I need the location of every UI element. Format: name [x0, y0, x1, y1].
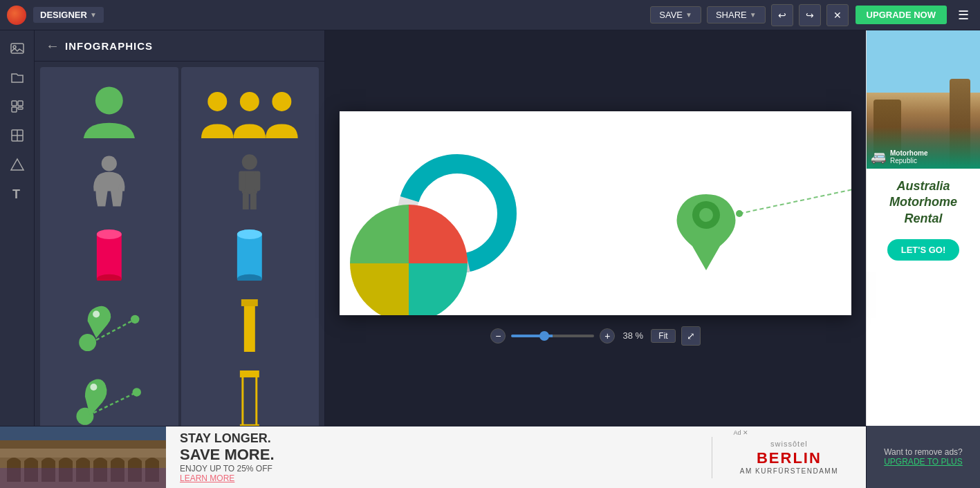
svg-point-13 [240, 92, 259, 111]
ad-panel: Ad ✕ 🚐 Motorhome Republic Australia Mo [866, 30, 980, 426]
canvas-area: − + 38 % Fit ⤢ [325, 30, 866, 426]
svg-point-16 [242, 155, 257, 170]
zoom-percent: 38 % [620, 330, 645, 341]
svg-rect-34 [244, 302, 255, 357]
zoom-in-button[interactable]: + [600, 328, 615, 344]
svg-point-33 [131, 315, 139, 323]
ad-van-icon: 🚐 [871, 149, 886, 165]
svg-rect-19 [255, 171, 261, 191]
svg-rect-23 [97, 234, 122, 279]
svg-text:T: T [12, 187, 20, 201]
svg-point-31 [93, 311, 100, 318]
bottom-bar: STAY LONGER. SAVE MORE. ENJOY UP TO 25% … [0, 426, 980, 488]
panel-grid: FREE FREE [35, 62, 324, 426]
svg-point-30 [79, 334, 96, 351]
svg-point-11 [95, 87, 123, 115]
upgrade-now-button[interactable]: UPGRADE NOW [856, 6, 947, 24]
save-button[interactable]: SAVE ▼ [650, 6, 701, 24]
ad-brand-name: Motorhome [890, 149, 927, 157]
main-area: T ← INFOGRAPHICS FREE [0, 30, 980, 426]
svg-rect-35 [241, 299, 258, 306]
redo-button[interactable]: ↪ [799, 4, 821, 26]
panel-back-button[interactable]: ← [46, 39, 59, 53]
infographics-panel: ← INFOGRAPHICS FREE [35, 30, 325, 426]
bottom-ad-save: SAVE MORE. [180, 446, 698, 464]
canvas[interactable] [340, 111, 851, 315]
svg-point-25 [97, 229, 122, 239]
ad-cta-button[interactable]: LET'S GO! [887, 239, 959, 261]
bottom-ad-enjoy: ENJOY UP TO 25% OFF [180, 464, 698, 473]
share-arrow-icon: ▼ [750, 11, 757, 19]
svg-rect-27 [237, 234, 262, 279]
sidebar-item-folder[interactable] [5, 65, 30, 90]
svg-line-50 [739, 184, 851, 214]
bottom-ad-content: STAY LONGER. SAVE MORE. ENJOY UP TO 25% … [166, 426, 866, 488]
sidebar-item-shapes[interactable] [5, 152, 30, 177]
svg-rect-41 [243, 373, 257, 426]
bottom-ad-learn-link[interactable]: LEARN MORE [180, 473, 698, 483]
save-arrow-icon: ▼ [685, 11, 692, 19]
sidebar-item-text[interactable]: T [5, 181, 30, 206]
svg-point-29 [237, 229, 262, 239]
ad-headline: Australia Motorhome Rental [872, 173, 974, 232]
share-button[interactable]: SHARE ▼ [707, 6, 766, 24]
list-item[interactable]: FREE [181, 352, 320, 426]
remove-ads-panel: Want to remove ads? UPGRADE TO PLUS [866, 426, 980, 488]
svg-point-49 [699, 208, 713, 222]
svg-rect-2 [12, 101, 17, 106]
zoom-bar: − + 38 % Fit ⤢ [490, 326, 700, 346]
remove-ads-text: Want to remove ads? [884, 447, 963, 457]
ad-indicator: Ad ✕ [733, 429, 748, 436]
svg-rect-5 [18, 107, 23, 109]
zoom-out-button[interactable]: − [490, 328, 506, 344]
zoom-fullscreen-button[interactable]: ⤢ [681, 326, 701, 346]
topbar-center: SAVE ▼ SHARE ▼ ↩ ↪ ✕ [650, 4, 848, 26]
list-item[interactable]: FREE [40, 352, 178, 426]
designer-dropdown[interactable]: DESIGNER ▼ [33, 7, 104, 23]
bottom-ad-text: STAY LONGER. SAVE MORE. ENJOY UP TO 25% … [180, 431, 698, 483]
sidebar-item-image[interactable] [5, 36, 30, 61]
app-logo [7, 6, 26, 25]
bottom-ad-bar: STAY LONGER. SAVE MORE. ENJOY UP TO 25% … [0, 426, 866, 488]
svg-point-40 [132, 388, 140, 397]
zoom-fit-button[interactable]: Fit [651, 329, 675, 343]
svg-rect-4 [12, 107, 17, 112]
upgrade-to-plus-link[interactable]: UPGRADE TO PLUS [884, 457, 963, 467]
icon-bar: T [0, 30, 35, 426]
topbar: DESIGNER ▼ SAVE ▼ SHARE ▼ ↩ ↪ ✕ UPGRADE … [0, 0, 980, 30]
svg-rect-56 [0, 447, 166, 458]
sidebar-item-layout[interactable] [5, 94, 30, 119]
svg-point-14 [272, 92, 292, 111]
brand-swissotel: swissôtel [770, 440, 808, 448]
designer-arrow-icon: ▼ [90, 11, 97, 19]
svg-point-15 [102, 156, 117, 171]
ad-brand-sub: Republic [890, 157, 927, 165]
menu-button[interactable]: ☰ [954, 5, 973, 26]
bottom-ad-brand: swissôtel BERLIN AM KURFÜRSTENDAMM [726, 440, 852, 475]
svg-rect-57 [0, 440, 166, 449]
brand-berlin: BERLIN [757, 449, 822, 467]
bottom-ad-stay: STAY LONGER. [180, 431, 698, 446]
panel-title: INFOGRAPHICS [65, 40, 153, 52]
svg-marker-9 [11, 159, 24, 170]
designer-label: DESIGNER [40, 10, 87, 20]
undo-button[interactable]: ↩ [771, 4, 793, 26]
zoom-slider[interactable] [511, 335, 594, 337]
svg-point-12 [208, 92, 228, 111]
svg-rect-18 [239, 171, 246, 191]
svg-rect-3 [18, 101, 23, 106]
close-button[interactable]: ✕ [826, 4, 849, 26]
sidebar-item-grid[interactable] [5, 123, 30, 148]
svg-point-51 [736, 210, 743, 217]
brand-sub: AM KURFÜRSTENDAMM [740, 467, 838, 475]
svg-point-38 [90, 384, 97, 391]
panel-header: ← INFOGRAPHICS [35, 30, 324, 62]
svg-rect-42 [240, 370, 259, 377]
